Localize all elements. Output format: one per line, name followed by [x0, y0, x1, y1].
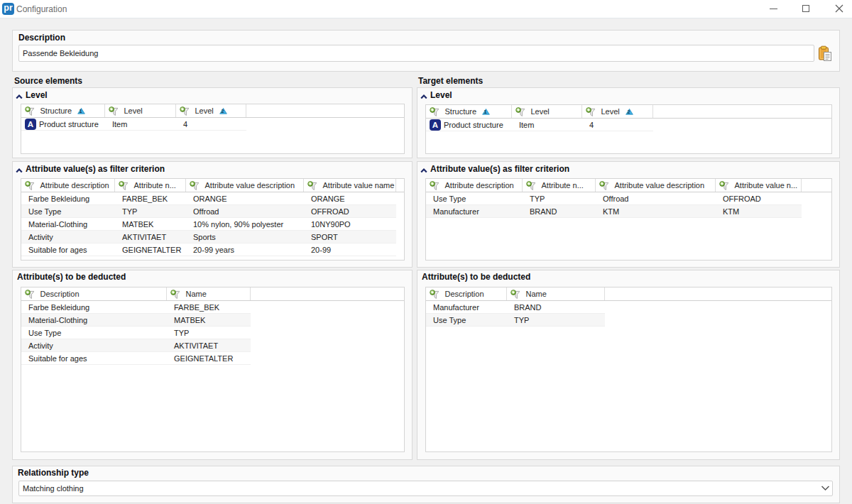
svg-text:2: 2: [627, 109, 630, 115]
svg-text:1: 1: [484, 109, 487, 115]
svg-text:2: 2: [221, 108, 224, 114]
svg-text:1: 1: [80, 108, 82, 114]
